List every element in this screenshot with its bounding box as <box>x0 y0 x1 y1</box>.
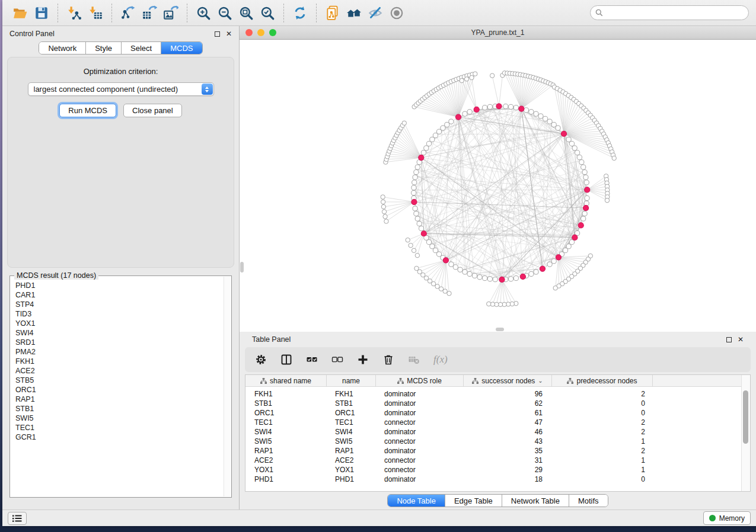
float-panel-icon[interactable] <box>215 31 220 37</box>
table-row[interactable]: SWI4SWI4dominator462 <box>245 427 750 437</box>
table-cell[interactable]: STB1 <box>327 399 376 408</box>
table-cell[interactable]: RAP1 <box>245 447 327 455</box>
save-session-icon[interactable] <box>31 3 52 23</box>
open-session-icon[interactable] <box>9 3 31 23</box>
close-window-light[interactable] <box>245 29 253 36</box>
close-panel-icon[interactable]: ✕ <box>738 336 744 343</box>
apply-layout-icon[interactable] <box>289 3 311 23</box>
table-cell[interactable]: dominator <box>376 390 464 398</box>
column-header-predecessor-nodes[interactable]: predecessor nodes <box>552 375 653 386</box>
table-cell[interactable]: 46 <box>464 428 552 436</box>
mcds-node-item[interactable]: FKH1 <box>15 357 223 366</box>
delete-column-icon[interactable] <box>382 354 394 366</box>
table-cell[interactable]: 61 <box>464 409 552 417</box>
mcds-node-item[interactable]: YOX1 <box>15 319 223 328</box>
table-row[interactable]: YOX1YOX1connector291 <box>245 465 750 475</box>
tab-node-table[interactable]: Node Table <box>388 495 445 507</box>
float-panel-icon[interactable] <box>726 337 732 342</box>
mcds-node-item[interactable]: TID3 <box>15 309 223 319</box>
table-cell[interactable]: ACE2 <box>327 456 376 464</box>
table-cell[interactable]: 0 <box>552 475 653 483</box>
mcds-node-item[interactable]: PHD1 <box>15 281 223 290</box>
export-image-icon[interactable] <box>160 3 181 23</box>
network-horizontal-scrollbar[interactable] <box>496 328 504 331</box>
export-network-icon[interactable] <box>117 3 139 23</box>
table-row[interactable]: ORC1ORC1dominator610 <box>245 408 750 418</box>
table-cell[interactable]: 1 <box>552 437 653 446</box>
table-cell[interactable]: 35 <box>464 447 552 455</box>
table-cell[interactable]: 43 <box>464 437 552 446</box>
mcds-node-item[interactable]: PMA2 <box>15 347 223 357</box>
mcds-node-item[interactable]: SWI5 <box>15 414 223 423</box>
new-network-from-selection-icon[interactable] <box>322 3 343 23</box>
table-cell[interactable]: 96 <box>464 390 552 398</box>
column-header-shared-name[interactable]: shared name <box>245 375 327 386</box>
table-cell[interactable]: connector <box>376 418 464 427</box>
column-header-name[interactable]: name <box>327 375 376 386</box>
tab-mcds[interactable]: MCDS <box>161 42 202 54</box>
table-cell[interactable]: 47 <box>464 418 552 427</box>
table-cell[interactable]: STB1 <box>245 399 327 408</box>
table-cell[interactable]: 29 <box>464 466 552 474</box>
network-vertical-scrollbar[interactable] <box>240 262 244 273</box>
table-cell[interactable]: RAP1 <box>327 447 376 455</box>
zoom-in-icon[interactable] <box>193 3 214 23</box>
tab-select[interactable]: Select <box>122 42 161 54</box>
table-cell[interactable]: connector <box>376 466 464 474</box>
memory-button[interactable]: Memory <box>703 511 751 525</box>
table-cell[interactable]: TEC1 <box>245 418 327 427</box>
network-window-titlebar[interactable]: YPA_prune.txt_1 <box>240 26 756 40</box>
mcds-node-item[interactable]: SRD1 <box>15 338 223 347</box>
criterion-dropdown[interactable]: largest connected component (undirected) <box>28 82 214 96</box>
mcds-node-item[interactable]: ORC1 <box>15 385 223 395</box>
mcds-node-item[interactable]: TEC1 <box>15 423 223 432</box>
table-cell[interactable]: PHD1 <box>327 475 376 483</box>
table-cell[interactable]: 1 <box>552 466 653 474</box>
import-table-icon[interactable] <box>85 3 106 23</box>
select-all-checkboxes-icon[interactable] <box>306 354 318 366</box>
task-history-button[interactable] <box>8 512 27 525</box>
table-cell[interactable]: SWI4 <box>327 428 376 436</box>
table-cell[interactable]: dominator <box>376 409 464 417</box>
table-row[interactable]: SWI5SWI5connector431 <box>245 437 750 446</box>
table-cell[interactable]: connector <box>376 437 464 446</box>
tab-motifs[interactable]: Motifs <box>569 495 608 507</box>
close-panel-icon[interactable]: ✕ <box>226 30 232 37</box>
table-scrollbar-thumb[interactable] <box>743 390 748 444</box>
table-cell[interactable]: 18 <box>464 475 552 483</box>
table-cell[interactable]: 62 <box>464 399 552 408</box>
result-scrollbar[interactable] <box>224 277 231 496</box>
table-cell[interactable]: dominator <box>376 447 464 455</box>
search-box[interactable] <box>590 5 749 20</box>
table-cell[interactable]: connector <box>376 456 464 464</box>
table-cell[interactable]: dominator <box>376 428 464 436</box>
table-cell[interactable]: FKH1 <box>327 390 376 398</box>
tab-network-table[interactable]: Network Table <box>502 495 569 507</box>
tab-style[interactable]: Style <box>86 42 122 54</box>
table-cell[interactable]: 2 <box>552 447 653 455</box>
table-cell[interactable]: 0 <box>552 409 653 417</box>
function-builder-icon[interactable]: f(x) <box>433 354 448 366</box>
show-column-icon[interactable] <box>280 354 292 366</box>
mcds-node-item[interactable]: GCR1 <box>15 432 223 442</box>
table-row[interactable]: PHD1PHD1dominator180 <box>245 475 750 484</box>
zoom-out-icon[interactable] <box>214 3 235 23</box>
mcds-node-item[interactable]: ACE2 <box>15 366 223 376</box>
table-cell[interactable]: ACE2 <box>245 456 327 464</box>
table-cell[interactable]: YOX1 <box>245 466 327 474</box>
column-header-successor-nodes[interactable]: successor nodes⌄ <box>464 375 552 386</box>
close-panel-button[interactable]: Close panel <box>123 104 182 117</box>
table-cell[interactable]: dominator <box>376 399 464 408</box>
mcds-node-item[interactable]: STB5 <box>15 376 223 385</box>
column-header-MCDS-role[interactable]: MCDS role <box>376 375 464 386</box>
tab-edge-table[interactable]: Edge Table <box>445 495 502 507</box>
export-table-icon[interactable] <box>139 3 160 23</box>
mcds-node-item[interactable]: STB1 <box>15 404 223 414</box>
first-neighbors-icon[interactable] <box>343 3 365 23</box>
table-cell[interactable]: TEC1 <box>327 418 376 427</box>
delete-table-icon[interactable] <box>408 354 420 366</box>
network-graph[interactable] <box>240 40 756 332</box>
table-row[interactable]: STB1STB1dominator620 <box>245 399 750 408</box>
table-cell[interactable]: 2 <box>552 428 653 436</box>
table-cell[interactable]: SWI4 <box>245 428 327 436</box>
